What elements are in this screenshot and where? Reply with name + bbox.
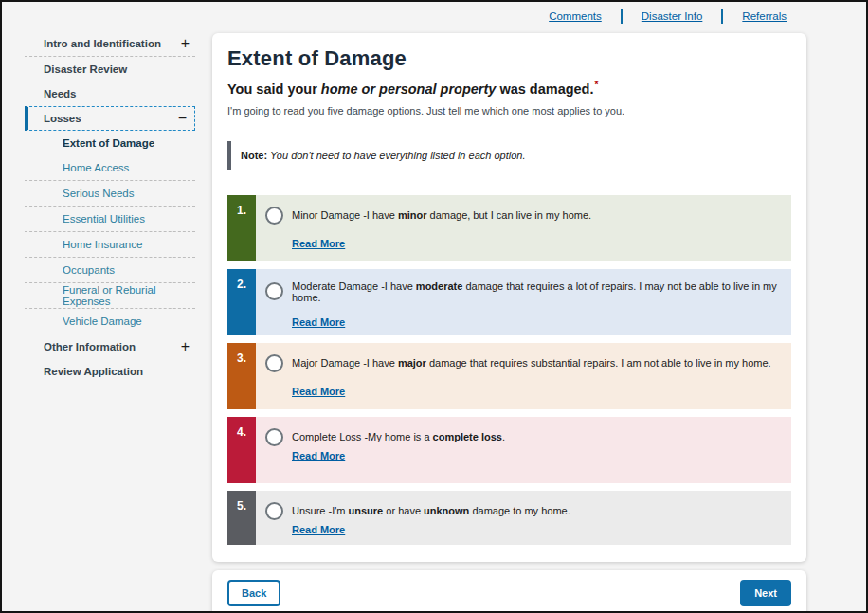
- option-number-tab: 2.: [227, 269, 256, 335]
- sidebar-item-funeral-or-reburial-expenses[interactable]: Funeral or Reburial Expenses: [25, 283, 195, 308]
- sidebar-item-label: Home Insurance: [63, 239, 142, 250]
- sidebar-item-home-access[interactable]: Home Access: [25, 155, 195, 180]
- sidebar-item-losses[interactable]: Losses −: [25, 106, 195, 131]
- top-nav: CommentsDisaster InfoReferrals: [549, 9, 787, 24]
- damage-option-choice[interactable]: Minor Damage -I have minor damage, but I…: [265, 207, 782, 225]
- damage-option-row-5: 5. Unsure -I'm unsure or have unknown da…: [227, 491, 791, 545]
- sidebar-item-label: Occupants: [63, 264, 115, 276]
- required-asterisk: *: [595, 80, 599, 90]
- radio-button-icon[interactable]: [265, 354, 283, 372]
- damage-option-row-1: 1. Minor Damage -I have minor damage, bu…: [227, 195, 791, 261]
- sidebar-item-label: Essential Utilities: [63, 213, 145, 225]
- main-card: Extent of Damage You said your home or p…: [212, 33, 806, 562]
- sidebar-item-label: Needs: [44, 88, 77, 99]
- question-prefix: You said your: [227, 81, 321, 97]
- damage-option-choice[interactable]: Moderate Damage -I have moderate damage …: [265, 280, 782, 303]
- app-window: CommentsDisaster InfoReferrals Intro and…: [0, 0, 868, 613]
- option-description: Complete Loss -My home is a complete los…: [292, 431, 505, 442]
- expand-collapse-icon[interactable]: +: [181, 339, 190, 354]
- read-more-link[interactable]: Read More: [292, 238, 345, 249]
- sidebar-item-serious-needs[interactable]: Serious Needs: [25, 181, 195, 206]
- instruction-text: I'm going to read you five damage option…: [227, 105, 791, 117]
- sidebar-item-label: Other Information: [44, 341, 136, 352]
- sidebar-item-other-information[interactable]: Other Information +: [25, 334, 195, 359]
- damage-option-choice[interactable]: Unsure -I'm unsure or have unknown damag…: [265, 502, 782, 520]
- read-more-link[interactable]: Read More: [292, 316, 345, 328]
- sidebar-item-extent-of-damage[interactable]: Extent of Damage: [25, 131, 195, 155]
- damage-option-row-3: 3. Major Damage -I have major damage tha…: [227, 343, 791, 409]
- option-description: Minor Damage -I have minor damage, but I…: [292, 209, 591, 221]
- option-number: 4.: [237, 425, 246, 439]
- read-more-link[interactable]: Read More: [292, 386, 345, 397]
- option-number: 2.: [237, 278, 246, 291]
- sidebar-item-label: Home Access: [63, 162, 129, 173]
- option-number-tab: 1.: [227, 195, 256, 261]
- damage-option-row-4: 4. Complete Loss -My home is a complete …: [227, 417, 791, 483]
- sidebar-item-label: Disaster Review: [44, 63, 127, 75]
- sidebar-item-disaster-review[interactable]: Disaster Review: [25, 57, 195, 81]
- nav-divider: [621, 9, 623, 24]
- sidebar: Intro and Identification + Disaster Revi…: [25, 31, 195, 384]
- question-suffix: was damaged.: [496, 81, 593, 97]
- option-number-tab: 3.: [227, 343, 256, 409]
- top-nav-link-comments[interactable]: Comments: [549, 10, 602, 22]
- expand-collapse-icon[interactable]: −: [178, 111, 187, 126]
- sidebar-item-needs[interactable]: Needs: [25, 81, 195, 106]
- sidebar-item-review-application[interactable]: Review Application: [25, 359, 195, 384]
- option-number-tab: 5.: [227, 491, 256, 545]
- damage-option-row-2: 2. Moderate Damage -I have moderate dama…: [227, 269, 791, 335]
- radio-button-icon[interactable]: [265, 282, 283, 300]
- option-description: Major Damage -I have major damage that r…: [292, 357, 771, 369]
- option-number: 3.: [237, 352, 246, 365]
- nav-divider: [721, 9, 723, 24]
- page-title: Extent of Damage: [227, 46, 791, 71]
- option-number-tab: 4.: [227, 417, 256, 483]
- sidebar-item-label: Extent of Damage: [63, 137, 154, 149]
- sidebar-item-label: Intro and Identification: [44, 38, 161, 49]
- read-more-link[interactable]: Read More: [292, 524, 345, 535]
- option-description: Unsure -I'm unsure or have unknown damag…: [292, 505, 570, 516]
- damage-options-list: 1. Minor Damage -I have minor damage, bu…: [227, 195, 791, 545]
- note-label: Note:: [241, 150, 267, 161]
- question-italic-phrase: home or personal property: [321, 81, 497, 97]
- sidebar-item-intro-and-identification[interactable]: Intro and Identification +: [25, 31, 195, 56]
- top-nav-link-referrals[interactable]: Referrals: [742, 10, 787, 22]
- radio-button-icon[interactable]: [265, 502, 283, 520]
- top-nav-link-disaster-info[interactable]: Disaster Info: [642, 10, 703, 22]
- expand-collapse-icon[interactable]: +: [181, 36, 190, 51]
- note-box: Note:You don't need to have everything l…: [227, 141, 791, 170]
- radio-button-icon[interactable]: [265, 207, 283, 225]
- sidebar-item-label: Serious Needs: [63, 188, 134, 199]
- question-text: You said your home or personal property …: [227, 80, 791, 97]
- next-button[interactable]: Next: [740, 580, 791, 606]
- sidebar-item-label: Funeral or Reburial Expenses: [63, 284, 190, 307]
- note-text: You don't need to have everything listed…: [270, 150, 525, 161]
- sidebar-item-vehicle-damage[interactable]: Vehicle Damage: [25, 309, 195, 334]
- footer-bar: Back Next: [212, 570, 806, 613]
- sidebar-item-essential-utilities[interactable]: Essential Utilities: [25, 207, 195, 231]
- damage-option-choice[interactable]: Major Damage -I have major damage that r…: [265, 354, 782, 372]
- note-accent-bar: [227, 141, 231, 170]
- option-number: 5.: [237, 499, 246, 513]
- sidebar-item-home-insurance[interactable]: Home Insurance: [25, 232, 195, 257]
- sidebar-item-label: Review Application: [44, 366, 143, 377]
- radio-button-icon[interactable]: [265, 428, 283, 446]
- sidebar-item-label: Vehicle Damage: [63, 316, 142, 327]
- option-number: 1.: [237, 204, 246, 217]
- sidebar-item-label: Losses: [44, 113, 81, 124]
- read-more-link[interactable]: Read More: [292, 450, 345, 461]
- back-button[interactable]: Back: [227, 580, 280, 606]
- option-description: Moderate Damage -I have moderate damage …: [292, 280, 782, 303]
- damage-option-choice[interactable]: Complete Loss -My home is a complete los…: [265, 428, 782, 446]
- sidebar-item-occupants[interactable]: Occupants: [25, 258, 195, 282]
